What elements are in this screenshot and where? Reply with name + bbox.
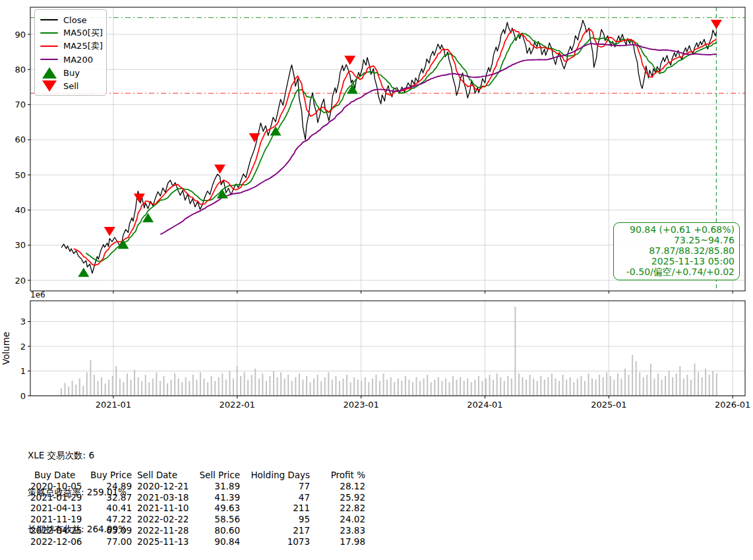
legend-label: MA50[买] <box>63 27 103 39</box>
sell-marker <box>711 20 722 29</box>
trade-cell: 31.89 <box>194 481 240 492</box>
volume-bars <box>61 307 717 396</box>
annotation-price-line: 90.84 (+0.61 +0.68%) <box>618 225 735 235</box>
volume-bar <box>277 377 278 396</box>
volume-bar <box>632 355 633 396</box>
trade-row: 2020-10-05 24.89 2020-12-21 31.89 77 28.… <box>28 481 365 492</box>
volume-bar <box>335 376 336 396</box>
volume-bar <box>558 381 560 396</box>
trade-cell: 2021-11-10 <box>132 503 194 514</box>
volume-bar <box>152 379 154 396</box>
volume-bar <box>504 381 505 396</box>
volume-bar <box>474 380 475 396</box>
volume-bar <box>705 369 706 396</box>
volume-bar <box>591 379 593 396</box>
volume-bar <box>222 373 223 396</box>
volume-bar <box>200 372 201 396</box>
volume-bar <box>551 373 553 396</box>
legend-label: MA200 <box>63 55 93 65</box>
volume-bar <box>350 382 351 396</box>
volume-bar <box>123 382 124 396</box>
volume-bar <box>493 380 494 396</box>
volume-bar <box>82 386 84 396</box>
volume-bar <box>514 307 516 396</box>
col-header-sell-price: Sell Price <box>194 470 240 481</box>
volume-bar <box>108 380 109 396</box>
volume-bar <box>357 380 359 396</box>
buy-marker <box>142 213 154 222</box>
legend-label: Buy <box>63 68 80 78</box>
volume-bar <box>661 380 663 396</box>
x-tick-label: 2023-01 <box>343 400 378 410</box>
trade-cell: 49.63 <box>194 503 240 514</box>
trade-cell: 23.83 <box>310 525 365 536</box>
volume-bar <box>547 377 549 396</box>
volume-bar <box>398 379 399 396</box>
volume-bar <box>702 377 703 396</box>
sell-marker <box>214 164 226 173</box>
volume-bar <box>255 369 256 396</box>
volume-bar <box>90 360 91 396</box>
trade-cell: 41.39 <box>194 492 240 503</box>
volume-bar <box>131 380 132 396</box>
volume-bar <box>643 377 644 396</box>
trade-cell: 58.56 <box>194 514 240 525</box>
volume-bar <box>653 379 655 396</box>
volume-bar <box>573 382 574 396</box>
volume-bar <box>636 361 637 396</box>
volume-bar <box>497 373 498 396</box>
volume-bar <box>657 373 659 396</box>
volume-bar <box>588 373 589 396</box>
volume-bar <box>306 376 307 396</box>
trade-cell: 80.60 <box>194 525 240 536</box>
volume-bar <box>127 373 128 396</box>
trade-cell: 90.84 <box>194 536 240 547</box>
volume-bar <box>709 375 710 396</box>
volume-bar <box>353 377 355 396</box>
volume-bar <box>570 377 571 396</box>
price-tick-label: 30 <box>15 240 26 250</box>
volume-bar <box>646 375 648 396</box>
volume-bar <box>262 373 263 396</box>
volume-bar <box>423 379 425 396</box>
volume-bar <box>324 377 326 396</box>
volume-bar <box>375 375 376 396</box>
volume-bar <box>669 371 670 396</box>
price-tick-label: 90 <box>15 30 26 40</box>
volume-bar <box>683 379 684 396</box>
volume-bar <box>665 376 666 396</box>
volume-bar <box>171 380 172 396</box>
volume-bar <box>237 366 238 396</box>
volume-bar <box>339 381 340 396</box>
volume-bar <box>94 375 95 396</box>
price-tick-label: 40 <box>15 205 26 215</box>
price-tick-label: 80 <box>15 65 26 75</box>
volume-bar <box>478 376 479 396</box>
volume-bar <box>679 366 680 396</box>
volume-bar <box>112 376 113 396</box>
volume-bar <box>193 375 194 396</box>
x-tick-label: 2025-01 <box>591 400 626 410</box>
volume-bar <box>595 380 597 396</box>
volume-bar <box>672 377 673 396</box>
volume-axis-label: Volume <box>1 332 11 365</box>
volume-bar <box>452 376 454 396</box>
volume-bar <box>134 370 135 396</box>
volume-bar <box>445 379 446 396</box>
volume-bar <box>562 375 564 396</box>
price-tick-label: 60 <box>15 135 26 144</box>
legend-item-ma50: MA50[买] <box>40 26 101 40</box>
price-volume-chart: 203040506070809001232021-012022-012023-0… <box>0 0 753 416</box>
volume-bar <box>529 375 531 396</box>
trade-row: 2022-04-25 65.09 2022-11-28 80.60 217 23… <box>28 525 365 536</box>
volume-bar <box>441 381 442 396</box>
trade-cell: 65.09 <box>84 525 132 536</box>
volume-bar <box>624 369 626 396</box>
volume-bar <box>401 381 402 396</box>
volume-bar <box>119 379 121 396</box>
volume-bar <box>299 373 300 396</box>
trade-cell: 77 <box>240 481 310 492</box>
volume-bar <box>291 381 293 396</box>
volume-bar <box>287 375 289 396</box>
volume-bar <box>320 381 322 396</box>
